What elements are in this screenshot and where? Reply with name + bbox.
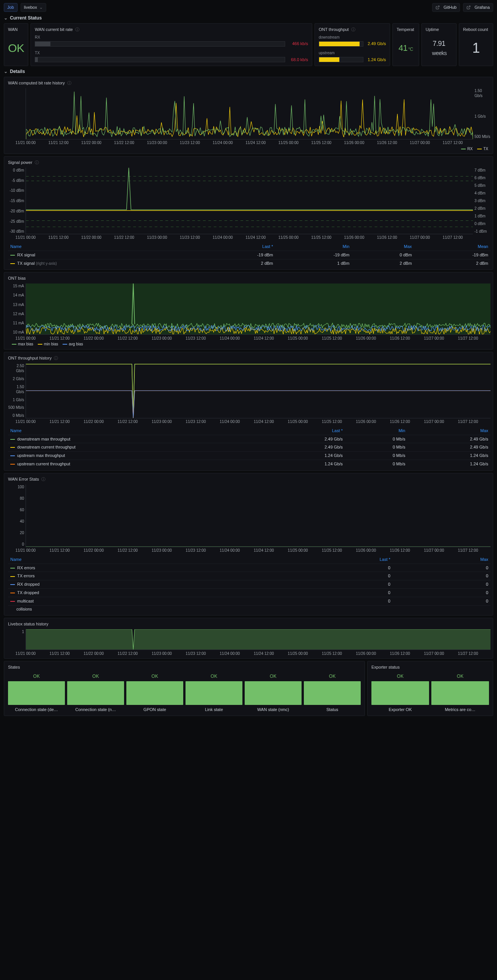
y-axis-left: 15 mA14 mA13 mA12 mA11 mA10 mA — [8, 283, 24, 335]
state-block — [186, 681, 242, 705]
state-label: Exporter OK — [371, 707, 429, 713]
legend-row[interactable]: TX dropped — [8, 589, 273, 597]
x-axis: 11/21 00:0011/21 12:0011/22 00:0011/22 1… — [26, 419, 488, 424]
state-tiles: OK Connection state (de… OK Connection s… — [8, 672, 361, 713]
panel-wan-status[interactable]: WAN OK — [4, 23, 28, 66]
panel-reboot[interactable]: Reboot count 1 — [459, 23, 493, 66]
panel-temperature[interactable]: Temperat 41°C — [392, 23, 419, 66]
state-value: OK — [67, 672, 124, 679]
y-axis-left: 100806040200 — [8, 484, 24, 547]
state-block — [67, 681, 124, 705]
panel-title: WAN Error Stats — [8, 476, 39, 482]
chart-svg — [26, 484, 491, 547]
job-variable-selector[interactable]: livebox ⌄ — [21, 3, 46, 12]
chart-plot[interactable] — [26, 363, 491, 418]
state-value: OK — [245, 672, 302, 679]
state-tile[interactable]: OK Connection state (n… — [67, 672, 124, 713]
down-gauge — [319, 41, 363, 47]
x-axis: 11/21 00:0011/21 12:0011/22 00:0011/22 1… — [26, 651, 488, 656]
panel-title: ONT bias — [8, 275, 26, 281]
rx-label: RX — [35, 35, 308, 40]
state-tile[interactable]: OK Status — [304, 672, 361, 713]
link-grafana[interactable]: Grafana — [463, 3, 493, 12]
up-label: upstream — [319, 50, 386, 56]
chart-plot[interactable] — [26, 484, 491, 547]
x-axis: 11/21 00:0011/21 12:0011/22 00:0011/22 1… — [26, 336, 488, 341]
panel-wan-bitrate[interactable]: WAN current bit rate ⓘ RX 466 kb/s TX — [31, 23, 312, 66]
rx-value: 466 kb/s — [285, 41, 308, 47]
chart-plot[interactable] — [26, 88, 473, 139]
state-block — [8, 681, 65, 705]
chevron-down-icon: ⌄ — [4, 15, 8, 21]
info-icon: ⓘ — [75, 27, 79, 32]
state-block — [304, 681, 361, 705]
panel-title: Reboot count — [463, 27, 489, 32]
external-link-icon — [436, 5, 440, 10]
panel-status-history[interactable]: Livebox status history 1 11/21 00:0011/2… — [4, 618, 493, 659]
chart-legend-table: NameLast *MaxRX errors00TX errors00RX dr… — [8, 556, 491, 613]
panel-ont-history[interactable]: ONT throughput history ⓘ 2.50 Gb/s2 Gb/s… — [4, 352, 493, 471]
state-label: Connection state (de… — [8, 707, 65, 713]
panel-title: WAN — [8, 27, 24, 32]
state-tile[interactable]: OK WAN state (nmc) — [245, 672, 302, 713]
panel-ont-bias[interactable]: ONT bias 15 mA14 mA13 mA12 mA11 mA10 mA … — [4, 272, 493, 349]
chart-plot[interactable] — [26, 283, 491, 335]
y-axis-left: 1 — [8, 629, 24, 650]
legend-row[interactable]: RX dropped — [8, 580, 273, 589]
state-label: Status — [304, 707, 361, 713]
chart-svg — [26, 168, 473, 234]
legend-row[interactable]: TX signal (right y-axis) — [8, 259, 199, 267]
state-block — [371, 681, 429, 705]
link-github[interactable]: GitHub — [432, 3, 460, 12]
down-label: downstream — [319, 35, 386, 40]
panel-exporter[interactable]: Exporter status OK Exporter OK OK Metric… — [367, 661, 493, 716]
legend-row[interactable]: upstream current throughput — [8, 460, 262, 468]
chevron-down-icon: ⌄ — [4, 68, 8, 75]
panel-title: WAN computed bit rate history — [8, 80, 65, 86]
state-label: WAN state (nmc) — [245, 707, 302, 713]
panel-wan-history[interactable]: WAN computed bit rate history ⓘ 1.50 Gb/… — [4, 77, 493, 154]
legend-row[interactable]: TX errors — [8, 572, 273, 580]
x-axis: 11/21 00:0011/21 12:0011/22 00:0011/22 1… — [26, 235, 473, 240]
chart-legend-table: NameLast *MinMaxdownstream max throughpu… — [8, 427, 491, 468]
state-label: Connection state (n… — [67, 707, 124, 713]
state-tile[interactable]: OK GPON state — [126, 672, 183, 713]
wan-value: OK — [8, 40, 24, 56]
chart-legend-table: NameLast *MinMaxMeanRX signal-19 dBm-19 … — [8, 243, 491, 267]
external-link-icon — [466, 5, 471, 10]
tx-gauge — [35, 57, 285, 62]
legend-row[interactable]: multicast — [8, 597, 273, 605]
legend-row[interactable]: RX errors — [8, 564, 273, 572]
legend-row[interactable]: downstream current throughput — [8, 443, 262, 452]
legend-row[interactable]: upstream max throughput — [8, 452, 262, 460]
row-header-current-status[interactable]: ⌄ Current Status — [4, 15, 493, 21]
legend-row[interactable]: downstream max throughput — [8, 435, 262, 443]
info-icon: ⓘ — [67, 80, 71, 86]
chart-legend: max biasmin biasavg bias — [8, 342, 491, 347]
state-tile[interactable]: OK Metrics are co… — [431, 672, 489, 713]
chevron-down-icon: ⌄ — [39, 5, 43, 10]
rx-gauge — [35, 41, 285, 47]
info-icon: ⓘ — [41, 476, 45, 482]
state-tile[interactable]: OK Connection state (de… — [8, 672, 65, 713]
y-axis-right: 7 dBm6 dBm5 dBm4 dBm3 dBm2 dBm1 dBm0 dBm… — [474, 168, 491, 234]
panel-signal-power[interactable]: Signal power ⓘ 0 dBm-5 dBm-10 dBm-15 dBm… — [4, 156, 493, 270]
chart-plot[interactable] — [26, 168, 473, 234]
tx-value: 68.0 kb/s — [285, 57, 308, 63]
panel-uptime[interactable]: Uptime 7.91 weeks — [421, 23, 457, 66]
chart-svg — [26, 363, 491, 418]
row-header-details[interactable]: ⌄ Details — [4, 68, 493, 75]
state-tile[interactable]: OK Link state — [186, 672, 242, 713]
state-label: Link state — [186, 707, 242, 713]
legend-row[interactable]: RX signal — [8, 251, 199, 259]
job-variable-value: livebox — [24, 5, 37, 10]
chart-svg — [26, 629, 491, 650]
panel-wan-errors[interactable]: WAN Error Stats ⓘ 100806040200 11/21 00:… — [4, 473, 493, 616]
chart-plot[interactable] — [26, 629, 491, 650]
state-value: OK — [8, 672, 65, 679]
panel-ont-throughput[interactable]: ONT throughput ⓘ downstream 2.49 Gb/s up… — [315, 23, 390, 66]
state-value: OK — [371, 672, 429, 679]
panel-states[interactable]: States OK Connection state (de… OK Conne… — [4, 661, 365, 716]
state-tiles: OK Exporter OK OK Metrics are co… — [371, 672, 489, 713]
state-tile[interactable]: OK Exporter OK — [371, 672, 429, 713]
